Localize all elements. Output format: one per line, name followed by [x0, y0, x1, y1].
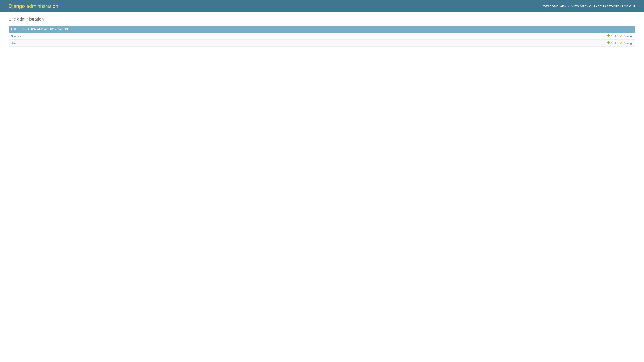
change-password-link[interactable]: Change password	[589, 5, 620, 8]
change-link-users[interactable]: Change	[620, 41, 633, 45]
model-row-groups: Groups Add	[8, 32, 636, 39]
add-cell: Add	[605, 39, 618, 47]
content: Site administration Authentication and A…	[0, 12, 644, 63]
separator: /	[586, 5, 589, 8]
model-name-cell: Users	[8, 39, 605, 47]
page-title: Site administration	[8, 17, 636, 21]
pencil-icon	[620, 41, 622, 45]
model-row-users: Users Add	[8, 39, 636, 47]
username: admin	[560, 5, 570, 8]
welcome-text: Welcome,	[543, 5, 559, 8]
site-title-link[interactable]: Django administration	[8, 3, 58, 9]
change-link-groups[interactable]: Change	[620, 34, 633, 38]
site-title: Django administration	[8, 3, 58, 9]
header: Django administration Welcome, admin. Vi…	[0, 0, 644, 12]
plus-icon	[607, 34, 610, 38]
add-label: Add	[610, 34, 616, 38]
plus-icon	[607, 41, 610, 45]
add-link-users[interactable]: Add	[607, 41, 616, 45]
model-table: Authentication and Authorization Groups	[8, 26, 636, 47]
add-label: Add	[610, 41, 616, 45]
change-cell: Change	[618, 39, 636, 47]
change-label: Change	[624, 41, 633, 45]
pencil-icon	[620, 34, 622, 38]
view-site-link[interactable]: View site	[572, 5, 586, 8]
app-caption-link[interactable]: Authentication and Authorization	[11, 27, 68, 31]
logout-link[interactable]: Log out	[622, 5, 636, 8]
add-cell: Add	[605, 32, 618, 39]
branding: Django administration	[8, 3, 58, 9]
app-module-auth: Authentication and Authorization Groups	[8, 26, 636, 47]
model-link-users[interactable]: Users	[11, 41, 18, 45]
user-tools: Welcome, admin. View site / Change passw…	[543, 5, 636, 8]
app-caption: Authentication and Authorization	[8, 26, 636, 32]
change-cell: Change	[618, 32, 636, 39]
change-label: Change	[624, 34, 633, 38]
content-main: Authentication and Authorization Groups	[8, 26, 636, 53]
separator: /	[620, 5, 622, 8]
model-name-cell: Groups	[8, 32, 605, 39]
add-link-groups[interactable]: Add	[607, 34, 616, 38]
model-link-groups[interactable]: Groups	[11, 34, 20, 38]
